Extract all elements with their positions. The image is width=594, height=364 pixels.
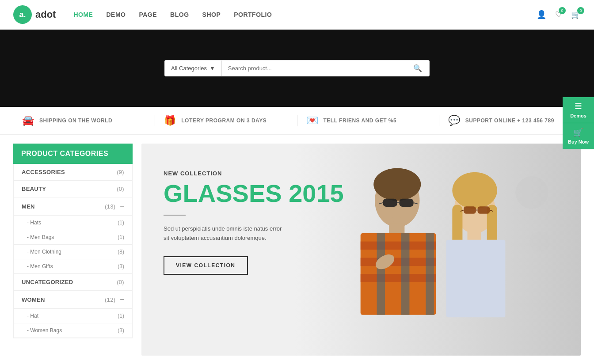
svg-point-18	[452, 172, 497, 209]
svg-rect-21	[467, 230, 481, 242]
category-list: ACCESSORIES (9) BEAUTY (0) MEN (13) −	[13, 164, 133, 338]
banner-title: GLASSES 2015	[164, 181, 344, 206]
buy-now-button[interactable]: 🛒 Buy Now	[563, 123, 594, 149]
referral-icon: 💌	[306, 115, 318, 126]
svg-rect-7	[377, 233, 385, 315]
lottery-icon: 🎁	[164, 115, 176, 126]
category-men[interactable]: MEN (13) −	[14, 197, 132, 216]
wishlist-icon[interactable]: ♡ 0	[555, 10, 562, 19]
search-input[interactable]	[222, 61, 406, 76]
subcategory-hat[interactable]: - Hat (1)	[14, 309, 132, 323]
nav-blog[interactable]: BLOG	[170, 11, 189, 18]
banner-description: Sed ut perspiciatis unde omnis iste natu…	[164, 224, 287, 243]
svg-point-1	[373, 168, 421, 201]
subcategory-men-clothing[interactable]: - Men Clothing (8)	[14, 245, 132, 259]
cart-panel-icon: 🛒	[573, 128, 583, 137]
category-dropdown[interactable]: All Categories ▼	[165, 61, 222, 76]
banner-subtitle: NEW COLLECTION	[164, 170, 344, 177]
svg-rect-9	[426, 233, 434, 315]
logo[interactable]: a. adot	[13, 5, 56, 24]
sidebar-title: PRODUCT CATEGORIES	[13, 144, 133, 164]
nav-demo[interactable]: DEMO	[106, 11, 126, 18]
main-layout: PRODUCT CATEGORIES ACCESSORIES (9) BEAUT…	[0, 135, 594, 364]
category-beauty[interactable]: BEAUTY (0)	[14, 181, 132, 197]
main-nav: HOME DEMO PAGE BLOG SHOP PORTFOLIO	[73, 11, 537, 18]
cart-icon[interactable]: 🛒 0	[571, 10, 581, 19]
info-bar: 🚘 SHIPPING ON THE WORLD 🎁 LOTERY PROGRAM…	[0, 107, 594, 135]
men-collapse-icon[interactable]: −	[120, 202, 124, 210]
wishlist-badge: 0	[559, 7, 566, 14]
nav-shop[interactable]: SHOP	[202, 11, 221, 18]
search-bar: All Categories ▼ 🔍	[164, 60, 430, 76]
account-icon[interactable]: 👤	[537, 10, 546, 19]
info-referral: 💌 TELL FRIENS AND GET %5	[297, 115, 439, 126]
svg-rect-4	[361, 242, 436, 250]
header: a. adot HOME DEMO PAGE BLOG SHOP PORTFOL…	[0, 0, 594, 30]
support-icon: 💬	[448, 115, 460, 126]
nav-portfolio[interactable]: PORTFOLIO	[234, 11, 272, 18]
demos-icon: ☰	[575, 102, 582, 111]
banner-text: NEW COLLECTION GLASSES 2015 Sed ut persp…	[141, 144, 366, 301]
logo-name: adot	[35, 9, 56, 20]
info-support: 💬 SUPPORT ONLINE + 123 456 789	[439, 115, 581, 126]
women-collapse-icon[interactable]: −	[120, 296, 124, 303]
hero-section: All Categories ▼ 🔍	[0, 30, 594, 107]
category-accessories[interactable]: ACCESSORIES (9)	[14, 164, 132, 181]
subcategory-men-gifts[interactable]: - Men Gifts (3)	[14, 259, 132, 274]
view-collection-button[interactable]: VIEW COLLECTION	[164, 256, 248, 275]
svg-rect-8	[401, 233, 409, 315]
nav-page[interactable]: PAGE	[139, 11, 157, 18]
sidebar: PRODUCT CATEGORIES ACCESSORIES (9) BEAUT…	[13, 144, 133, 356]
svg-point-28	[515, 176, 548, 209]
subcategory-women-bags[interactable]: - Women Bags (3)	[14, 323, 132, 338]
info-lottery: 🎁 LOTERY PROGRAM ON 3 DAYS	[155, 115, 297, 126]
banner-section: NEW COLLECTION GLASSES 2015 Sed ut persp…	[141, 144, 581, 356]
svg-rect-5	[361, 258, 436, 265]
svg-point-16	[392, 216, 401, 222]
header-icons: 👤 ♡ 0 🛒 0	[537, 10, 581, 19]
right-panel: ☰ Demos 🛒 Buy Now	[563, 97, 594, 149]
cart-badge: 0	[577, 7, 584, 14]
svg-rect-22	[446, 240, 505, 317]
svg-rect-24	[477, 206, 490, 214]
shipping-icon: 🚘	[22, 115, 34, 126]
svg-rect-23	[464, 206, 476, 214]
subcategory-men-bags[interactable]: - Men Bags (1)	[14, 230, 132, 245]
demos-button[interactable]: ☰ Demos	[563, 97, 594, 123]
chevron-down-icon: ▼	[209, 65, 215, 72]
banner-divider	[164, 215, 186, 216]
svg-rect-11	[399, 199, 413, 207]
category-women[interactable]: WOMEN (12) −	[14, 291, 132, 309]
nav-home[interactable]: HOME	[73, 11, 93, 18]
svg-rect-6	[361, 274, 436, 282]
info-shipping: 🚘 SHIPPING ON THE WORLD	[13, 115, 155, 126]
search-button[interactable]: 🔍	[406, 61, 429, 76]
logo-icon: a.	[13, 5, 32, 24]
svg-rect-10	[383, 199, 397, 207]
subcategory-hats[interactable]: - Hats (1)	[14, 216, 132, 230]
svg-point-29	[530, 231, 550, 251]
category-uncategorized[interactable]: UNCATEGORIZED (0)	[14, 274, 132, 291]
